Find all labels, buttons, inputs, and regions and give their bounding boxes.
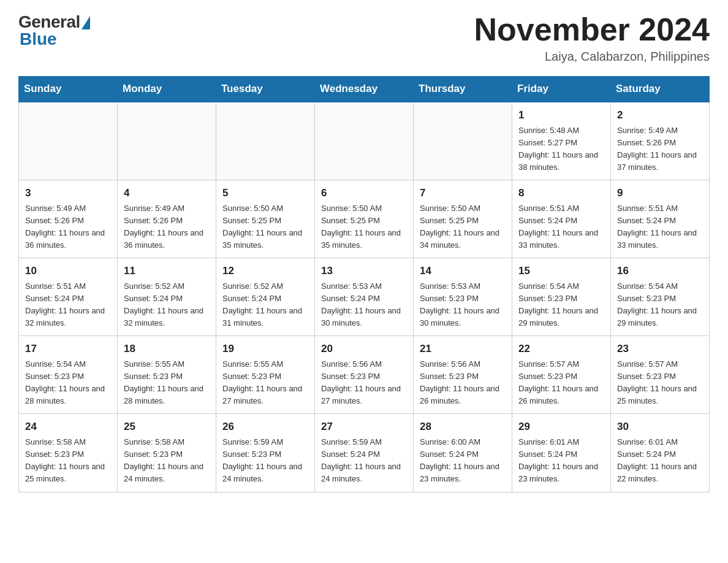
calendar-cell: 1Sunrise: 5:48 AM Sunset: 5:27 PM Daylig… <box>512 102 611 180</box>
calendar-cell: 12Sunrise: 5:52 AM Sunset: 5:24 PM Dayli… <box>216 258 315 336</box>
day-number: 28 <box>420 419 506 435</box>
day-info: Sunrise: 5:50 AM Sunset: 5:25 PM Dayligh… <box>222 202 308 252</box>
day-number: 4 <box>124 185 210 201</box>
calendar-cell: 8Sunrise: 5:51 AM Sunset: 5:24 PM Daylig… <box>512 180 611 258</box>
day-number: 20 <box>321 341 407 357</box>
day-number: 24 <box>25 419 111 435</box>
calendar-cell: 5Sunrise: 5:50 AM Sunset: 5:25 PM Daylig… <box>216 180 315 258</box>
calendar-cell: 28Sunrise: 6:00 AM Sunset: 5:24 PM Dayli… <box>414 414 512 492</box>
day-info: Sunrise: 5:59 AM Sunset: 5:24 PM Dayligh… <box>321 436 407 486</box>
calendar-cell: 7Sunrise: 5:50 AM Sunset: 5:25 PM Daylig… <box>414 180 512 258</box>
day-info: Sunrise: 6:00 AM Sunset: 5:24 PM Dayligh… <box>420 436 506 486</box>
day-number: 9 <box>617 185 703 201</box>
day-number: 14 <box>420 263 506 279</box>
weekday-header-wednesday: Wednesday <box>315 77 414 102</box>
day-info: Sunrise: 5:52 AM Sunset: 5:24 PM Dayligh… <box>124 280 210 330</box>
calendar-cell: 22Sunrise: 5:57 AM Sunset: 5:23 PM Dayli… <box>512 336 611 414</box>
weekday-header-monday: Monday <box>118 77 216 102</box>
calendar-cell: 4Sunrise: 5:49 AM Sunset: 5:26 PM Daylig… <box>118 180 216 258</box>
day-number: 21 <box>420 341 506 357</box>
logo-blue-text: Blue <box>18 29 57 49</box>
calendar-cell: 10Sunrise: 5:51 AM Sunset: 5:24 PM Dayli… <box>19 258 118 336</box>
day-info: Sunrise: 5:59 AM Sunset: 5:23 PM Dayligh… <box>222 436 308 486</box>
logo: General Blue <box>18 12 90 49</box>
calendar-cell: 30Sunrise: 6:01 AM Sunset: 5:24 PM Dayli… <box>611 414 710 492</box>
calendar-cell: 17Sunrise: 5:54 AM Sunset: 5:23 PM Dayli… <box>19 336 118 414</box>
day-info: Sunrise: 5:58 AM Sunset: 5:23 PM Dayligh… <box>25 436 111 486</box>
day-info: Sunrise: 5:54 AM Sunset: 5:23 PM Dayligh… <box>25 358 111 408</box>
calendar-cell: 11Sunrise: 5:52 AM Sunset: 5:24 PM Dayli… <box>118 258 216 336</box>
calendar-cell: 20Sunrise: 5:56 AM Sunset: 5:23 PM Dayli… <box>315 336 414 414</box>
day-info: Sunrise: 5:58 AM Sunset: 5:23 PM Dayligh… <box>124 436 210 486</box>
calendar-cell: 6Sunrise: 5:50 AM Sunset: 5:25 PM Daylig… <box>315 180 414 258</box>
calendar-cell: 27Sunrise: 5:59 AM Sunset: 5:24 PM Dayli… <box>315 414 414 492</box>
day-number: 5 <box>222 185 308 201</box>
day-info: Sunrise: 5:56 AM Sunset: 5:23 PM Dayligh… <box>321 358 407 408</box>
calendar-week-row: 17Sunrise: 5:54 AM Sunset: 5:23 PM Dayli… <box>19 336 710 414</box>
day-number: 15 <box>518 263 604 279</box>
weekday-header-saturday: Saturday <box>611 77 710 102</box>
calendar-cell: 23Sunrise: 5:57 AM Sunset: 5:23 PM Dayli… <box>611 336 710 414</box>
calendar-cell <box>118 102 216 180</box>
calendar-week-row: 10Sunrise: 5:51 AM Sunset: 5:24 PM Dayli… <box>19 258 710 336</box>
calendar-cell: 24Sunrise: 5:58 AM Sunset: 5:23 PM Dayli… <box>19 414 118 492</box>
calendar-cell: 29Sunrise: 6:01 AM Sunset: 5:24 PM Dayli… <box>512 414 611 492</box>
calendar-week-row: 3Sunrise: 5:49 AM Sunset: 5:26 PM Daylig… <box>19 180 710 258</box>
calendar-cell: 2Sunrise: 5:49 AM Sunset: 5:26 PM Daylig… <box>611 102 710 180</box>
calendar-cell: 9Sunrise: 5:51 AM Sunset: 5:24 PM Daylig… <box>611 180 710 258</box>
day-number: 16 <box>617 263 703 279</box>
day-number: 8 <box>518 185 604 201</box>
header: General Blue November 2024 Laiya, Calaba… <box>18 12 710 64</box>
day-number: 10 <box>25 263 111 279</box>
location-subtitle: Laiya, Calabarzon, Philippines <box>474 50 710 64</box>
calendar-week-row: 1Sunrise: 5:48 AM Sunset: 5:27 PM Daylig… <box>19 102 710 180</box>
day-info: Sunrise: 5:51 AM Sunset: 5:24 PM Dayligh… <box>518 202 604 252</box>
day-info: Sunrise: 5:52 AM Sunset: 5:24 PM Dayligh… <box>222 280 308 330</box>
day-number: 27 <box>321 419 407 435</box>
calendar-cell: 15Sunrise: 5:54 AM Sunset: 5:23 PM Dayli… <box>512 258 611 336</box>
title-area: November 2024 Laiya, Calabarzon, Philipp… <box>474 12 710 64</box>
day-number: 11 <box>124 263 210 279</box>
weekday-header-row: SundayMondayTuesdayWednesdayThursdayFrid… <box>19 77 710 102</box>
day-info: Sunrise: 5:53 AM Sunset: 5:23 PM Dayligh… <box>420 280 506 330</box>
day-info: Sunrise: 5:48 AM Sunset: 5:27 PM Dayligh… <box>518 124 604 174</box>
day-info: Sunrise: 5:54 AM Sunset: 5:23 PM Dayligh… <box>617 280 703 330</box>
day-info: Sunrise: 6:01 AM Sunset: 5:24 PM Dayligh… <box>518 436 604 486</box>
day-info: Sunrise: 5:55 AM Sunset: 5:23 PM Dayligh… <box>124 358 210 408</box>
day-number: 1 <box>518 107 604 123</box>
month-title: November 2024 <box>474 12 710 47</box>
day-info: Sunrise: 5:51 AM Sunset: 5:24 PM Dayligh… <box>25 280 111 330</box>
weekday-header-tuesday: Tuesday <box>216 77 315 102</box>
day-info: Sunrise: 5:51 AM Sunset: 5:24 PM Dayligh… <box>617 202 703 252</box>
day-number: 29 <box>518 419 604 435</box>
day-info: Sunrise: 5:57 AM Sunset: 5:23 PM Dayligh… <box>518 358 604 408</box>
weekday-header-thursday: Thursday <box>414 77 512 102</box>
calendar-cell: 3Sunrise: 5:49 AM Sunset: 5:26 PM Daylig… <box>19 180 118 258</box>
calendar-cell: 13Sunrise: 5:53 AM Sunset: 5:24 PM Dayli… <box>315 258 414 336</box>
calendar-cell: 21Sunrise: 5:56 AM Sunset: 5:23 PM Dayli… <box>414 336 512 414</box>
weekday-header-friday: Friday <box>512 77 611 102</box>
calendar-cell <box>19 102 118 180</box>
calendar-cell: 19Sunrise: 5:55 AM Sunset: 5:23 PM Dayli… <box>216 336 315 414</box>
day-number: 17 <box>25 341 111 357</box>
day-info: Sunrise: 5:50 AM Sunset: 5:25 PM Dayligh… <box>420 202 506 252</box>
day-number: 3 <box>25 185 111 201</box>
calendar-table: SundayMondayTuesdayWednesdayThursdayFrid… <box>18 76 710 492</box>
calendar-cell: 14Sunrise: 5:53 AM Sunset: 5:23 PM Dayli… <box>414 258 512 336</box>
logo-triangle-icon <box>82 16 90 29</box>
day-info: Sunrise: 5:56 AM Sunset: 5:23 PM Dayligh… <box>420 358 506 408</box>
day-number: 25 <box>124 419 210 435</box>
day-info: Sunrise: 5:49 AM Sunset: 5:26 PM Dayligh… <box>617 124 703 174</box>
calendar-cell: 18Sunrise: 5:55 AM Sunset: 5:23 PM Dayli… <box>118 336 216 414</box>
day-info: Sunrise: 5:49 AM Sunset: 5:26 PM Dayligh… <box>25 202 111 252</box>
day-number: 18 <box>124 341 210 357</box>
day-number: 13 <box>321 263 407 279</box>
calendar-cell <box>216 102 315 180</box>
day-number: 7 <box>420 185 506 201</box>
day-number: 2 <box>617 107 703 123</box>
day-number: 6 <box>321 185 407 201</box>
calendar-cell <box>315 102 414 180</box>
calendar-week-row: 24Sunrise: 5:58 AM Sunset: 5:23 PM Dayli… <box>19 414 710 492</box>
calendar-cell <box>414 102 512 180</box>
day-info: Sunrise: 5:53 AM Sunset: 5:24 PM Dayligh… <box>321 280 407 330</box>
